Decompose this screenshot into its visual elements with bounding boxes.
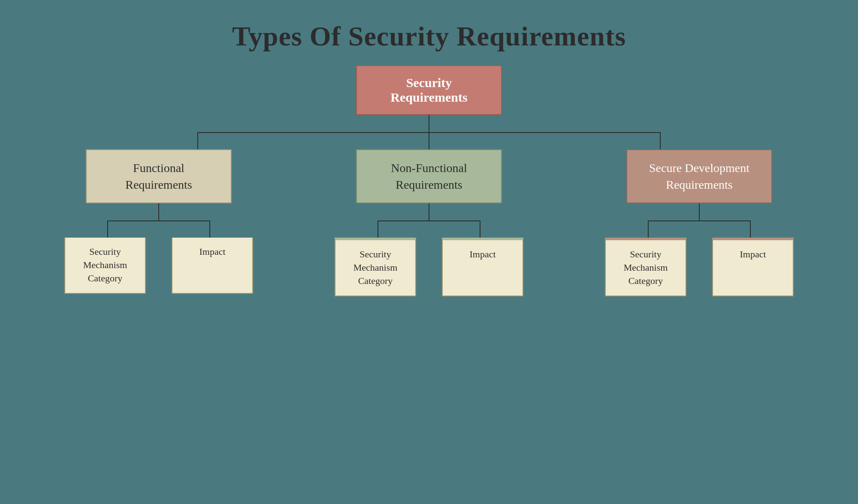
func-child-1: SecurityMechanismCategory	[64, 238, 146, 293]
functional-connector	[86, 203, 232, 238]
branch-left	[197, 132, 198, 149]
securedev-connector	[626, 203, 772, 238]
nonfunctional-children: SecurityMechanismCategory Impact	[335, 238, 523, 296]
securedev-children: SecurityMechanismCategory Impact	[605, 238, 794, 296]
nonfunctional-group: Non-FunctionalRequirements SecurityMecha…	[335, 149, 523, 296]
func-branch-right	[209, 220, 210, 238]
nonfunc-branch-right	[480, 220, 480, 238]
securedev-child-2: Impact	[712, 238, 794, 296]
root-connector	[129, 115, 729, 149]
branch-right	[660, 132, 661, 149]
diagram-container: Security Requirements FunctionalRequirem…	[21, 65, 837, 296]
nonfunctional-connector	[356, 203, 502, 238]
func-child-2: Impact	[172, 238, 253, 293]
functional-group: FunctionalRequirements SecurityMechanism…	[64, 149, 253, 294]
branch-center	[429, 132, 429, 149]
nonfunc-child-1: SecurityMechanismCategory	[335, 238, 416, 296]
securedev-group: Secure DevelopmentRequirements SecurityM…	[605, 149, 794, 296]
root-node: Security Requirements	[356, 65, 502, 115]
func-branch-left	[107, 220, 108, 238]
securedev-branch-left	[648, 220, 649, 238]
securedev-node: Secure DevelopmentRequirements	[626, 149, 772, 203]
securedev-child-1: SecurityMechanismCategory	[605, 238, 686, 296]
level2-row: FunctionalRequirements SecurityMechanism…	[64, 149, 794, 296]
functional-node: FunctionalRequirements	[86, 149, 232, 203]
nonfunctional-node: Non-FunctionalRequirements	[356, 149, 502, 203]
root-label: Security Requirements	[390, 75, 467, 104]
page-title: Types Of Security Requirements	[232, 21, 626, 52]
securedev-branch-right	[750, 220, 751, 238]
nonfunc-child-2: Impact	[442, 238, 523, 296]
functional-children: SecurityMechanismCategory Impact	[64, 238, 253, 293]
nonfunc-branch-left	[378, 220, 378, 238]
